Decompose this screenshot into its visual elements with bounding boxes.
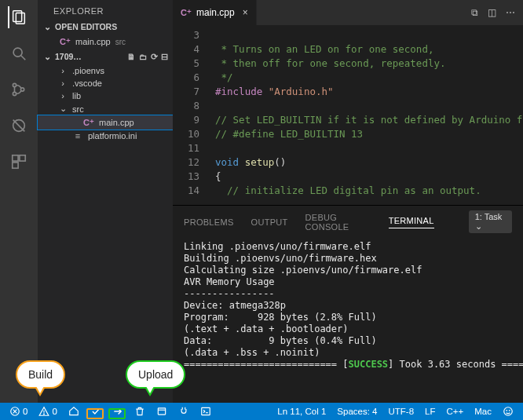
status-os[interactable]: Mac [471,407,495,416]
svg-point-6 [20,88,24,91]
chevron-down-icon: ⌄ [42,52,52,61]
svg-rect-10 [20,155,25,161]
folder-item[interactable]: ›.pioenvs [38,64,173,77]
status-build-button[interactable] [87,406,104,417]
editor-tabbar: C⁺ main.cpp × ⧉ ◫ ⋯ [173,0,523,25]
task-selector[interactable]: 1: Task ⌄ [469,210,512,233]
chevron-icon: ⌄ [58,104,68,114]
compare-icon[interactable]: ⧉ [471,7,478,18]
status-serial-button[interactable] [175,406,192,417]
explorer-title: EXPLORER [38,0,173,20]
svg-point-25 [507,410,507,411]
callout-build: Build [16,360,65,389]
code-editor[interactable]: 34567891011121314 * Turns on an LED on f… [173,25,523,205]
chevron-icon: › [58,66,68,75]
activity-search-icon[interactable] [8,42,30,64]
chevron-icon: › [58,91,68,100]
folder-item[interactable]: ›.vscode [38,77,173,89]
line-gutter: 34567891011121314 [173,25,210,205]
open-editors-header[interactable]: ⌄ OPEN EDITORS [38,20,173,33]
file-item[interactable]: ≡platformio.ini [38,130,173,142]
panel-tab-problems[interactable]: PROBLEMS [184,217,234,227]
cpp-file-icon: C⁺ [181,7,192,18]
activity-extensions-icon[interactable] [8,151,30,173]
split-icon[interactable]: ◫ [488,7,496,18]
panel-tab-output[interactable]: OUTPUT [251,217,288,227]
svg-point-2 [13,48,22,57]
status-errors[interactable]: 0 [6,406,31,417]
refresh-icon[interactable]: ⟳ [151,52,158,61]
collapse-icon[interactable]: ⊟ [161,52,168,61]
file-item[interactable]: C⁺main.cpp [38,115,173,130]
chevron-down-icon: ⌄ [42,22,52,31]
status-upload-button[interactable] [109,406,126,417]
svg-rect-18 [158,408,165,415]
project-name: 1709… [55,52,82,61]
svg-rect-9 [13,155,18,161]
status-home-button[interactable] [65,406,82,417]
cpp-file-icon: C⁺ [83,117,94,128]
activity-explorer-icon[interactable] [8,6,30,28]
activity-scm-icon[interactable] [8,79,30,100]
code-content[interactable]: * Turns on an LED on for one second, * t… [210,25,523,205]
svg-rect-11 [13,163,18,168]
explorer-sidebar: EXPLORER ⌄ OPEN EDITORS C⁺ main.cpp src … [38,0,173,403]
status-bar: 0 0 Ln 11, Col 1 Spaces: 4 UTF-8 [0,403,523,420]
svg-line-3 [21,56,26,60]
activity-bar [0,0,38,403]
project-header[interactable]: ⌄ 1709… 🗎 🗀 ⟳ ⊟ [38,50,173,63]
status-spaces[interactable]: Spaces: 4 [334,407,380,416]
svg-point-24 [504,407,513,416]
status-encoding[interactable]: UTF-8 [386,407,418,416]
terminal-output[interactable]: Linking .pioenvs/uno/firmware.elfBuildin… [173,238,523,403]
status-warnings[interactable]: 0 [35,406,60,417]
chevron-icon: › [58,79,68,88]
status-cursor[interactable]: Ln 11, Col 1 [274,407,329,416]
activity-debug-icon[interactable] [8,115,30,137]
open-editor-item[interactable]: C⁺ main.cpp src [38,35,173,49]
status-trash-button[interactable] [131,406,148,417]
tab-main-cpp[interactable]: C⁺ main.cpp × [173,0,257,25]
svg-point-16 [44,414,45,415]
svg-rect-22 [202,407,210,415]
cpp-file-icon: C⁺ [60,36,71,47]
svg-point-26 [509,410,510,411]
status-eol[interactable]: LF [422,407,438,416]
status-language[interactable]: C++ [444,407,467,416]
svg-point-5 [13,92,16,95]
status-terminal-button[interactable] [197,406,214,417]
callout-upload: Upload [126,360,185,389]
bottom-panel: PROBLEMS OUTPUT DEBUG CONSOLE TERMINAL 1… [173,205,523,403]
ini-file-icon: ≡ [72,131,83,141]
folder-item[interactable]: ⌄src [38,102,173,115]
tab-label: main.cpp [196,7,235,18]
svg-point-4 [13,83,16,86]
close-icon[interactable]: × [243,7,248,18]
new-folder-icon[interactable]: 🗀 [139,52,148,61]
folder-item[interactable]: ›lib [38,89,173,102]
panel-tab-debug[interactable]: DEBUG CONSOLE [305,213,371,232]
status-feedback-icon[interactable] [499,406,517,417]
more-icon[interactable]: ⋯ [506,7,515,18]
new-file-icon[interactable]: 🗎 [127,52,136,61]
open-editors-label: OPEN EDITORS [55,22,117,31]
panel-tab-terminal[interactable]: TERMINAL [389,216,434,228]
status-tasks-button[interactable] [153,406,170,417]
